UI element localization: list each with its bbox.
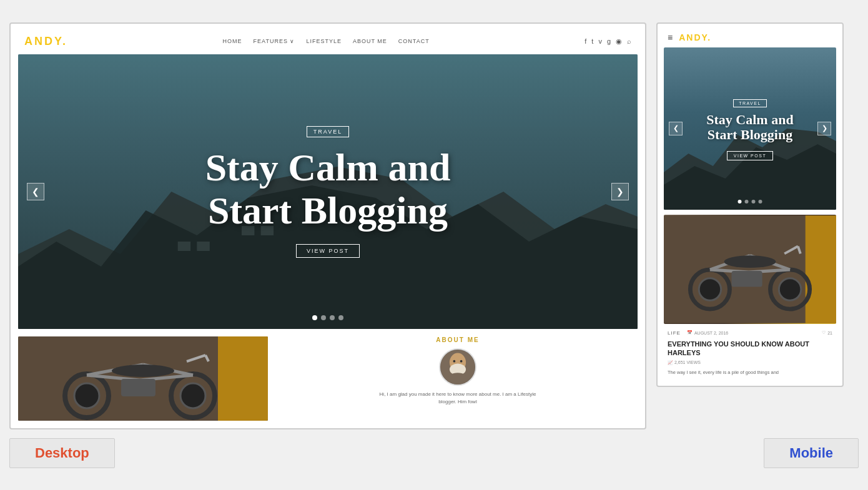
slider-dots [312,315,343,320]
mobile-hero-tag: TRAVEL [733,99,767,107]
dot-2[interactable] [321,315,326,320]
mobile-label-button[interactable]: Mobile [764,438,859,468]
nav-features[interactable]: FEATURES ∨ [254,38,295,44]
mobile-dot-3[interactable] [752,200,756,203]
mobile-article-section: LIFE 📅 AUGUST 2, 2016 ♡ 21 EVERYTHING YO… [664,324,836,380]
mobile-moto-inner [664,215,836,324]
mobile-hero-title: Stay Calm and Start Blogging [706,112,793,142]
hero-title: Stay Calm and Start Blogging [205,146,451,231]
instagram-icon[interactable]: ◉ [616,37,622,46]
vimeo-icon[interactable]: v [598,37,602,45]
desktop-logo: ANDY. [24,35,67,48]
motorcycle-svg [18,336,268,421]
article-date: 📅 AUGUST 2, 2016 [687,330,728,335]
article-excerpt: The way I see it, every life is a pile o… [668,369,832,376]
calendar-icon: 📅 [687,330,693,335]
slider-prev-button[interactable]: ❮ [27,183,44,200]
about-section: ABOUT ME Hi, I am glad [278,336,638,421]
dot-3[interactable] [330,315,335,320]
hero-cta-button[interactable]: VIEW POST [296,244,360,258]
about-avatar [439,348,476,386]
nav-home[interactable]: HOME [223,38,242,44]
svg-rect-19 [121,379,155,396]
article-title: EVERYTHING YOU SHOULD KNOW ABOUT HARLEYS [668,340,832,358]
mobile-next-icon: ❯ [822,124,827,132]
desktop-hero-slider: TRAVEL Stay Calm and Start Blogging VIEW… [18,54,638,329]
svg-rect-29 [806,215,836,323]
chart-icon: 📈 [668,360,673,365]
svg-rect-41 [731,270,762,287]
hero-content: TRAVEL Stay Calm and Start Blogging VIEW… [205,125,451,257]
next-icon: ❯ [616,187,624,197]
about-label: ABOUT ME [436,336,479,343]
mobile-logo: ANDY. [679,32,711,42]
bottom-labels: Desktop Mobile [9,438,859,468]
svg-point-38 [724,255,776,268]
mobile-dot-2[interactable] [745,200,749,203]
mobile-slider-prev-button[interactable]: ❮ [669,122,683,135]
svg-point-25 [460,360,463,362]
article-likes: ♡ 21 [822,330,832,335]
desktop-panel: ANDY. HOME FEATURES ∨ LIFESTYLE ABOUT ME… [9,22,646,429]
mobile-article-meta: LIFE 📅 AUGUST 2, 2016 ♡ 21 [668,330,832,336]
desktop-header: ANDY. HOME FEATURES ∨ LIFESTYLE ABOUT ME… [18,31,638,54]
search-icon[interactable]: ⌕ [627,37,631,45]
prev-icon: ❮ [32,187,39,197]
article-category: LIFE [668,330,681,336]
mobile-prev-icon: ❮ [673,124,679,132]
svg-rect-2 [178,242,190,251]
nav-contact[interactable]: CONTACT [398,38,430,44]
article-views: 📈 2,651 VIEWS [668,360,832,365]
mobile-slider-next-button[interactable]: ❯ [817,122,831,135]
mobile-dot-4[interactable] [759,200,762,203]
nav-about[interactable]: ABOUT ME [353,38,387,44]
mobile-header: ≡ ANDY. [664,30,836,47]
hamburger-icon[interactable]: ≡ [668,32,673,42]
desktop-label-button[interactable]: Desktop [9,438,115,468]
twitter-icon[interactable]: t [591,37,593,45]
mobile-hero-slider: TRAVEL Stay Calm and Start Blogging VIEW… [664,47,836,210]
svg-point-16 [112,365,174,377]
dot-1[interactable] [312,315,317,320]
facebook-icon[interactable]: f [584,37,586,45]
svg-point-33 [779,278,801,300]
mobile-panel: ≡ ANDY. TRAVEL Stay Calm and Start Blogg… [656,22,844,388]
dot-4[interactable] [338,315,343,320]
main-container: ANDY. HOME FEATURES ∨ LIFESTYLE ABOUT ME… [9,22,859,429]
slider-next-button[interactable]: ❯ [611,183,629,200]
nav-lifestyle[interactable]: LIFESTYLE [306,38,342,44]
google-icon[interactable]: g [607,37,611,45]
mobile-motorcycle-image [664,215,836,324]
svg-point-11 [180,383,205,408]
svg-rect-7 [218,336,268,421]
hero-tag: TRAVEL [307,126,349,137]
svg-point-9 [74,383,99,408]
svg-point-31 [699,278,721,300]
desktop-social-icons: f t v g ◉ ⌕ [584,37,631,46]
about-text: Hi, I am glad you made it here to know m… [377,391,539,406]
mobile-slider-dots [738,200,762,203]
svg-point-24 [453,360,456,362]
mobile-dot-1[interactable] [738,200,742,203]
heart-icon: ♡ [822,330,826,335]
mobile-hero-content: TRAVEL Stay Calm and Start Blogging VIEW… [688,96,812,160]
avatar-image [440,348,475,386]
moto-image-inner [18,336,268,421]
desktop-nav: HOME FEATURES ∨ LIFESTYLE ABOUT ME CONTA… [223,38,430,44]
mobile-motorcycle-svg [664,215,836,324]
mobile-hero-cta-button[interactable]: VIEW POST [727,151,773,160]
motorcycle-image [18,336,268,421]
desktop-bottom-section: ABOUT ME Hi, I am glad [18,336,638,421]
